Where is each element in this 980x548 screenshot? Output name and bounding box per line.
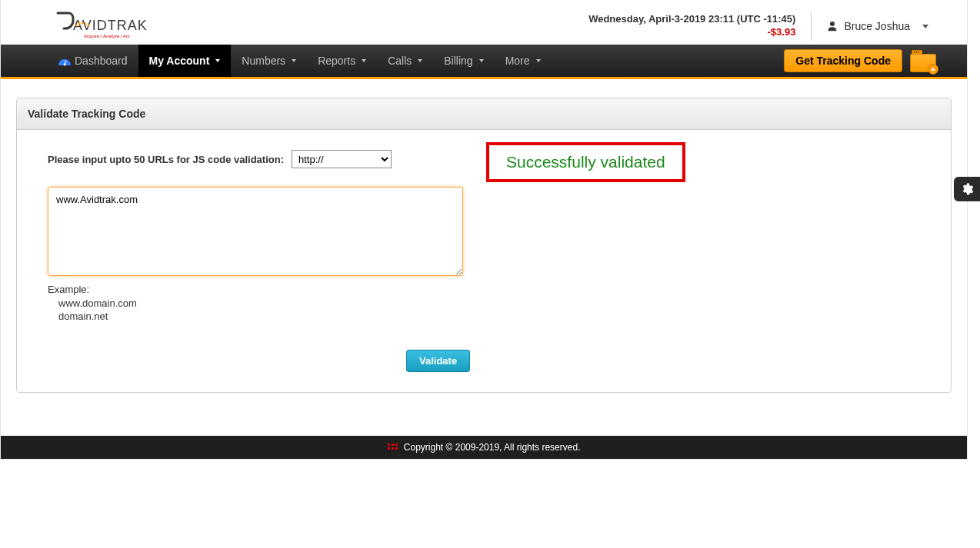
- chevron-down-icon: [479, 59, 484, 62]
- success-message: Successfully validated: [486, 142, 685, 182]
- copyright-text: Copyright © 2009-2019, All rights reserv…: [404, 442, 581, 453]
- svg-point-2: [78, 23, 81, 25]
- header-datetime: Wednesday, April-3-2019 23:11 (UTC -11:4…: [588, 13, 795, 26]
- nav-my-account-label: My Account: [149, 55, 210, 67]
- example-label: Example:: [48, 283, 920, 297]
- nav-reports-label: Reports: [318, 55, 355, 67]
- user-menu[interactable]: Bruce Joshua: [827, 20, 944, 32]
- user-icon: [827, 21, 838, 32]
- nav-billing[interactable]: Billing: [433, 45, 494, 77]
- example-block: Example: www.domain.com domain.net: [48, 283, 920, 324]
- url-input-label: Please input upto 50 URLs for JS code va…: [48, 154, 284, 165]
- svg-point-1: [75, 25, 78, 27]
- header-divider: [811, 12, 812, 41]
- nav-my-account[interactable]: My Account: [138, 45, 232, 77]
- urls-textarea[interactable]: [48, 187, 463, 276]
- footer: Copyright © 2009-2019, All rights reserv…: [1, 436, 967, 459]
- nav-calls-label: Calls: [388, 55, 412, 67]
- header-balance: -$3.93: [588, 26, 795, 39]
- settings-tab[interactable]: [954, 177, 980, 201]
- grid-icon: [388, 443, 397, 451]
- get-tracking-code-button[interactable]: Get Tracking Code: [784, 49, 902, 72]
- nav-reports[interactable]: Reports: [307, 45, 377, 77]
- header: AVIDTRAK Acquire | Analyze | Act Wednesd…: [1, 0, 967, 45]
- dashboard-icon: [58, 56, 70, 65]
- logo[interactable]: AVIDTRAK Acquire | Analyze | Act: [55, 10, 170, 42]
- validate-panel: Validate Tracking Code Successfully vali…: [16, 98, 952, 393]
- chevron-down-icon: [362, 59, 366, 62]
- chevron-down-icon: [536, 59, 541, 62]
- nav-numbers-label: Numbers: [242, 55, 285, 67]
- nav-calls[interactable]: Calls: [377, 45, 433, 77]
- panel-heading: Validate Tracking Code: [17, 98, 951, 130]
- nav-more-label: More: [505, 55, 530, 67]
- user-name: Bruce Joshua: [844, 20, 910, 32]
- svg-point-4: [85, 23, 87, 25]
- nav-more[interactable]: More: [495, 45, 552, 77]
- example-line-2: domain.net: [48, 310, 920, 324]
- nav-dashboard-label: Dashboard: [75, 55, 128, 67]
- chevron-down-icon: [418, 59, 422, 62]
- svg-text:Acquire  |  Analyze  |  Act: Acquire | Analyze | Act: [84, 34, 130, 38]
- svg-point-3: [82, 22, 84, 25]
- validate-button[interactable]: Validate: [406, 350, 470, 372]
- main-nav: Dashboard My Account Numbers Reports Cal…: [1, 45, 967, 79]
- folder-home-icon[interactable]: [910, 49, 936, 72]
- example-line-1: www.domain.com: [48, 297, 920, 311]
- chevron-down-icon: [292, 59, 296, 62]
- nav-dashboard[interactable]: Dashboard: [47, 45, 138, 77]
- svg-point-5: [88, 25, 90, 27]
- chevron-down-icon: [215, 59, 220, 62]
- nav-billing-label: Billing: [444, 55, 472, 67]
- chevron-down-icon: [922, 25, 928, 28]
- protocol-select[interactable]: http://: [292, 150, 392, 168]
- gear-icon: [960, 182, 974, 196]
- svg-text:AVIDTRAK: AVIDTRAK: [73, 18, 148, 33]
- nav-numbers[interactable]: Numbers: [231, 45, 307, 77]
